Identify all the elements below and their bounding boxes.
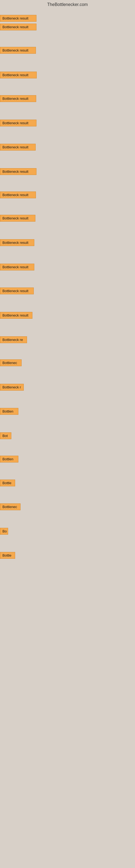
bottleneck-result-item[interactable]: Bottlen (0, 456, 18, 463)
bottleneck-result-item[interactable]: Bottleneck result (0, 144, 36, 151)
site-title: TheBottlenecker.com (0, 0, 135, 8)
bottleneck-result-item[interactable]: Bottle (0, 479, 15, 486)
bottleneck-result-item[interactable]: Bottleneck result (0, 215, 35, 222)
bottleneck-result-item[interactable]: Bottleneck result (0, 15, 37, 22)
bottleneck-result-item[interactable]: Bottleneck r (0, 384, 24, 391)
bottleneck-result-item[interactable]: Bottleneck result (0, 168, 37, 175)
bottleneck-result-item[interactable]: Bottlen (0, 408, 18, 415)
bottleneck-result-item[interactable]: Bottleneck result (0, 120, 37, 126)
bottleneck-result-item[interactable]: Bo (0, 528, 8, 535)
bottleneck-result-item[interactable]: Bottle (0, 552, 15, 559)
bottleneck-result-item[interactable]: Bot (0, 432, 11, 439)
bottleneck-result-item[interactable]: Bottleneck result (0, 287, 34, 294)
bottleneck-result-item[interactable]: Bottleneck result (0, 47, 36, 54)
bottleneck-result-item[interactable]: Bottlenec (0, 503, 20, 510)
bottleneck-result-item[interactable]: Bottleneck result (0, 239, 34, 246)
bottleneck-result-item[interactable]: Bottleneck result (0, 264, 34, 271)
bottleneck-result-item[interactable]: Bottleneck result (0, 191, 36, 198)
bottleneck-result-item[interactable]: Bottleneck result (0, 24, 37, 30)
bottleneck-result-item[interactable]: Bottlenec (0, 360, 21, 366)
bottleneck-result-item[interactable]: Bottleneck result (0, 72, 37, 79)
bottleneck-result-item[interactable]: Bottleneck result (0, 312, 32, 319)
bottleneck-result-item[interactable]: Bottleneck result (0, 95, 36, 102)
bottleneck-result-item[interactable]: Bottleneck re (0, 336, 27, 343)
